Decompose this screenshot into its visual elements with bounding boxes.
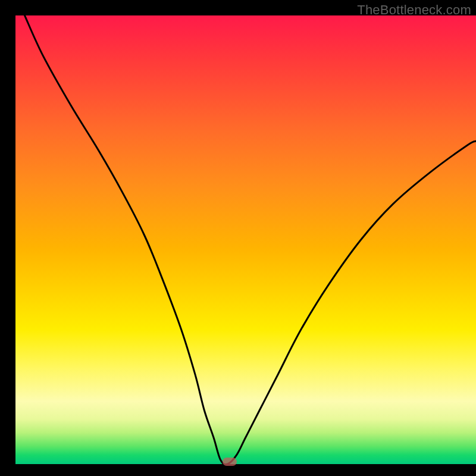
- curve-svg: [15, 15, 476, 464]
- chart-frame: TheBottleneck.com: [15, 0, 476, 464]
- min-marker: [223, 458, 237, 466]
- plot-area: [15, 15, 476, 464]
- bottleneck-curve-path: [25, 15, 477, 464]
